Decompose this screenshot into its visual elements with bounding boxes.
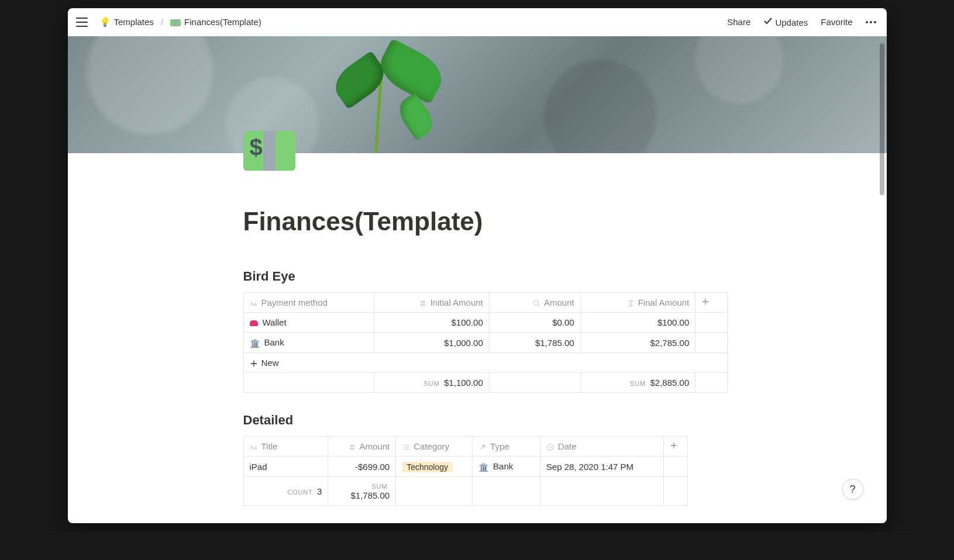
sum-amount[interactable]: SUM $1,785.00: [328, 477, 396, 506]
topbar: 💡Templates / Finances(Template) Share Up…: [68, 8, 887, 36]
col-type[interactable]: Type: [473, 437, 540, 457]
new-row-button[interactable]: New: [243, 353, 727, 373]
aggregate-row: COUNT 3 SUM $1,785.00: [243, 477, 687, 506]
topbar-actions: Share Updates Favorite: [725, 15, 878, 29]
app-window: 💡Templates / Finances(Template) Share Up…: [68, 8, 887, 523]
count-title[interactable]: COUNT 3: [243, 477, 328, 506]
formula-type-icon: [626, 299, 635, 307]
number-type-icon: [419, 299, 427, 307]
bill-icon: [170, 19, 181, 26]
aggregate-row: SUM $1,100.00 SUM $2,885.00: [243, 373, 727, 393]
bird-eye-block: Bird Eye AaPayment method Initial Amount…: [243, 264, 729, 393]
updates-button[interactable]: Updates: [761, 15, 810, 29]
scrollbar-thumb[interactable]: [880, 43, 884, 195]
plus-icon: [250, 359, 258, 368]
svg-point-1: [533, 300, 538, 305]
add-column-button[interactable]: [664, 437, 687, 457]
share-button[interactable]: Share: [725, 16, 753, 28]
table-row[interactable]: iPad -$699.00 Technology 🏛️Bank Sep 28, …: [243, 457, 687, 477]
text-type-icon: Aa: [250, 443, 258, 451]
number-type-icon: [348, 443, 356, 451]
breadcrumb-label: Templates: [114, 17, 154, 27]
bulb-icon: 💡: [99, 17, 111, 27]
page-title[interactable]: Finances(Template): [243, 207, 729, 236]
col-date[interactable]: Date: [540, 437, 663, 457]
col-amount[interactable]: Amount: [489, 293, 580, 313]
detailed-table: AaTitle Amount Category Type Date: [243, 436, 688, 506]
sum-final[interactable]: SUM $2,885.00: [580, 373, 695, 393]
rollup-type-icon: [532, 299, 540, 307]
table-row[interactable]: Wallet $100.00 $0.00 $100.00: [243, 313, 727, 333]
col-initial-amount[interactable]: Initial Amount: [374, 293, 490, 313]
scrollbar[interactable]: [880, 43, 884, 521]
category-tag: Technology: [402, 462, 453, 472]
breadcrumb-label: Finances(Template): [184, 17, 261, 27]
detailed-title[interactable]: Detailed: [243, 408, 729, 433]
col-category[interactable]: Category: [396, 437, 473, 457]
more-icon[interactable]: [863, 20, 879, 25]
bird-eye-table: AaPayment method Initial Amount Amount F…: [243, 292, 728, 393]
breadcrumb-templates[interactable]: 💡Templates: [97, 16, 156, 29]
bank-icon: 🏛️: [250, 338, 260, 348]
bird-eye-title[interactable]: Bird Eye: [243, 264, 729, 289]
help-button[interactable]: ?: [842, 479, 863, 500]
page-content: Finances(Template) Bird Eye AaPayment me…: [68, 153, 729, 523]
wallet-icon: [250, 320, 258, 326]
plus-icon: [670, 441, 678, 450]
breadcrumb: 💡Templates / Finances(Template): [76, 16, 264, 29]
date-type-icon: [546, 443, 555, 451]
add-column-button[interactable]: [695, 293, 727, 313]
col-payment-method[interactable]: AaPayment method: [243, 293, 374, 313]
svg-text:Aa: Aa: [250, 300, 257, 307]
updates-label: Updates: [775, 18, 808, 27]
sum-initial[interactable]: SUM $1,100.00: [374, 373, 490, 393]
plus-icon: [701, 298, 710, 306]
relation-type-icon: [478, 443, 487, 451]
detailed-block: Detailed AaTitle Amount Category: [243, 408, 729, 506]
menu-icon[interactable]: [76, 18, 88, 27]
check-icon: [763, 16, 773, 26]
svg-text:Aa: Aa: [250, 444, 257, 451]
select-type-icon: [402, 443, 410, 451]
breadcrumb-finances[interactable]: Finances(Template): [168, 16, 264, 28]
page-cover[interactable]: [68, 36, 887, 153]
table-row[interactable]: 🏛️Bank $1,000.00 $1,785.00 $2,785.00: [243, 333, 727, 353]
text-type-icon: Aa: [250, 299, 258, 307]
bank-icon: 🏛️: [478, 462, 488, 472]
breadcrumb-separator: /: [161, 17, 163, 27]
favorite-button[interactable]: Favorite: [818, 16, 855, 28]
col-amount[interactable]: Amount: [328, 437, 396, 457]
col-final-amount[interactable]: Final Amount: [580, 293, 695, 313]
page-icon[interactable]: $: [243, 131, 296, 171]
col-title[interactable]: AaTitle: [243, 437, 328, 457]
